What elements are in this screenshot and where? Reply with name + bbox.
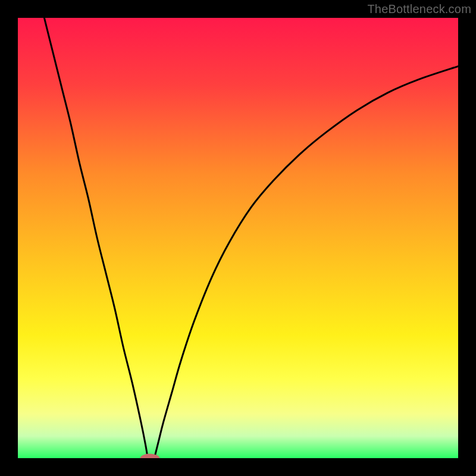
plot-area <box>18 18 458 458</box>
watermark-text: TheBottleneck.com <box>367 2 471 16</box>
chart-svg <box>18 18 458 458</box>
outer-frame: TheBottleneck.com <box>0 0 476 476</box>
gradient-background <box>18 18 458 458</box>
